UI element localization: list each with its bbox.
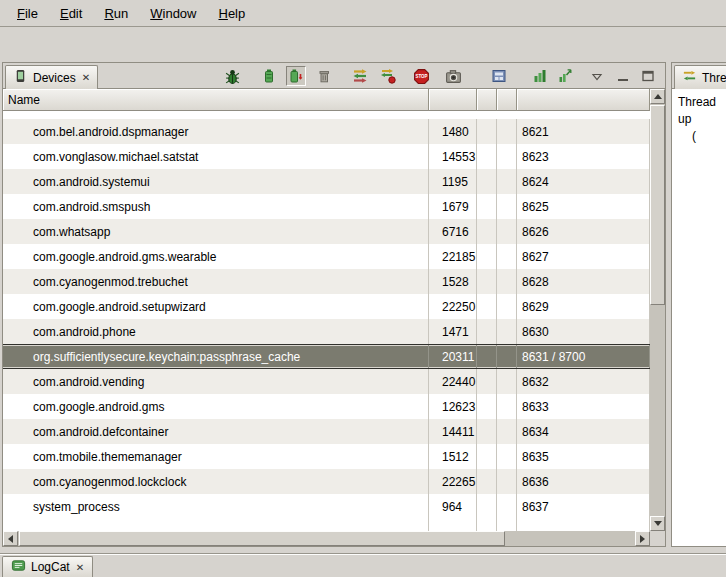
cell-port: 8630 [517,319,650,344]
cell-name: system_process [3,494,429,519]
cell-name [3,519,429,531]
threads-message-line2: ( [678,128,726,145]
table-row[interactable]: com.android.smspush16798625 [3,194,650,219]
cell-pid: 22250 [429,294,477,319]
table-row[interactable]: com.google.android.gms.wearable221858627 [3,244,650,269]
update-threads-icon[interactable] [350,66,370,86]
screen-capture-icon[interactable] [443,66,463,86]
system-bars-icon[interactable] [530,66,550,86]
header-empty-1[interactable] [477,89,497,111]
tab-threads[interactable]: Threads [674,65,726,89]
cell-name: com.google.android.gms.wearable [3,244,429,269]
menubar: FileEditRunWindowHelp [0,0,726,27]
cell-pid: 1679 [429,194,477,219]
cell-e2 [497,269,517,294]
system-bars-trend-icon[interactable] [555,66,575,86]
cell-pid: 1512 [429,444,477,469]
menu-file[interactable]: File [6,0,49,26]
cell-pid: 22265 [429,469,477,494]
horizontal-scroll-thumb[interactable] [19,531,505,546]
header-port[interactable] [517,89,650,111]
dump-hprof-icon[interactable] [286,66,306,86]
cell-pid: 964 [429,494,477,519]
table-row[interactable]: com.vonglasow.michael.satstat145538623 [3,144,650,169]
tab-logcat-label: LogCat [31,560,70,574]
cell-name: com.cyanogenmod.trebuchet [3,269,429,294]
table-row[interactable]: com.cyanogenmod.trebuchet15288628 [3,269,650,294]
update-heap-icon[interactable] [259,66,279,86]
cell-port: 8628 [517,269,650,294]
cell-port: 8633 [517,394,650,419]
table-row[interactable]: system_process9648637 [3,494,650,519]
cell-name: com.android.systemui [3,169,429,194]
cause-gc-icon[interactable] [314,66,334,86]
header-name[interactable]: Name [3,89,429,111]
menu-edit[interactable]: Edit [49,0,93,26]
bottom-bar: LogCat ✕ [0,553,726,577]
menu-help[interactable]: Help [207,0,256,26]
view-menu-icon[interactable] [587,66,607,86]
cell-port: 8629 [517,294,650,319]
scroll-down-button[interactable] [650,516,665,531]
close-icon[interactable]: ✕ [75,562,84,573]
cell-pid: 22440 [429,369,477,394]
table-row[interactable]: com.android.phone14718630 [3,319,650,344]
cell-pid [429,519,477,531]
stop-process-icon[interactable]: STOP [411,66,431,86]
cell-e2 [497,394,517,419]
cell-e1 [477,469,497,494]
scrollbar-corner [650,531,665,546]
menu-window[interactable]: Window [139,0,207,26]
table-row[interactable]: com.android.defcontainer144118634 [3,419,650,444]
threads-tabbar: Threads [672,63,726,89]
cell-port: 8632 [517,369,650,394]
cell-e1 [477,294,497,319]
header-pid[interactable] [429,89,477,111]
cell-e2 [497,244,517,269]
tab-devices[interactable]: Devices ✕ [5,65,98,89]
scroll-up-button[interactable] [650,89,665,104]
table-row[interactable]: com.android.systemui11958624 [3,169,650,194]
cell-pid: 14411 [429,419,477,444]
table-row[interactable]: com.tmobile.thememanager15128635 [3,444,650,469]
cell-name: com.google.android.gms [3,394,429,419]
vertical-scrollbar[interactable] [650,89,665,531]
cell-e2 [497,294,517,319]
menu-run[interactable]: Run [93,0,139,26]
threads-icon [682,69,697,87]
cell-port: 8637 [517,494,650,519]
cell-name: com.cyanogenmod.lockclock [3,469,429,494]
scroll-left-button[interactable] [3,531,18,546]
dump-view-hierarchy-icon[interactable] [489,66,509,86]
debug-process-icon[interactable] [222,66,242,86]
horizontal-scrollbar[interactable] [3,531,650,546]
minimize-icon[interactable] [613,66,633,86]
close-icon[interactable]: ✕ [81,72,90,83]
table-row[interactable]: com.cyanogenmod.lockclock222658636 [3,469,650,494]
table-row[interactable]: com.android.vending224408632 [3,369,650,394]
tab-logcat[interactable]: LogCat ✕ [2,556,93,577]
cell-name: com.vonglasow.michael.satstat [3,144,429,169]
start-method-profiling-icon[interactable] [378,66,398,86]
cell-e1 [477,169,497,194]
tab-devices-label: Devices [33,71,76,85]
cell-e2 [497,369,517,394]
header-empty-2[interactable] [497,89,517,111]
cell-pid: 22185 [429,244,477,269]
maximize-icon[interactable] [638,66,658,86]
cell-e1 [477,369,497,394]
scroll-right-button[interactable] [635,531,650,546]
row-spacer [3,111,650,119]
cell-e1 [477,144,497,169]
cell-port: 8623 [517,144,650,169]
vertical-scroll-thumb[interactable] [650,105,665,305]
table-row[interactable]: com.google.android.gms126238633 [3,394,650,419]
threads-content: Thread up ( [672,89,726,546]
table-row[interactable]: com.google.android.setupwizard222508629 [3,294,650,319]
table-row[interactable]: com.bel.android.dspmanager14808621 [3,119,650,144]
table-row[interactable]: org.sufficientlysecure.keychain:passphra… [3,344,650,369]
table-filler [3,519,650,531]
table-row[interactable]: com.whatsapp67168626 [3,219,650,244]
cell-e2 [497,119,517,144]
cell-e1 [477,319,497,344]
